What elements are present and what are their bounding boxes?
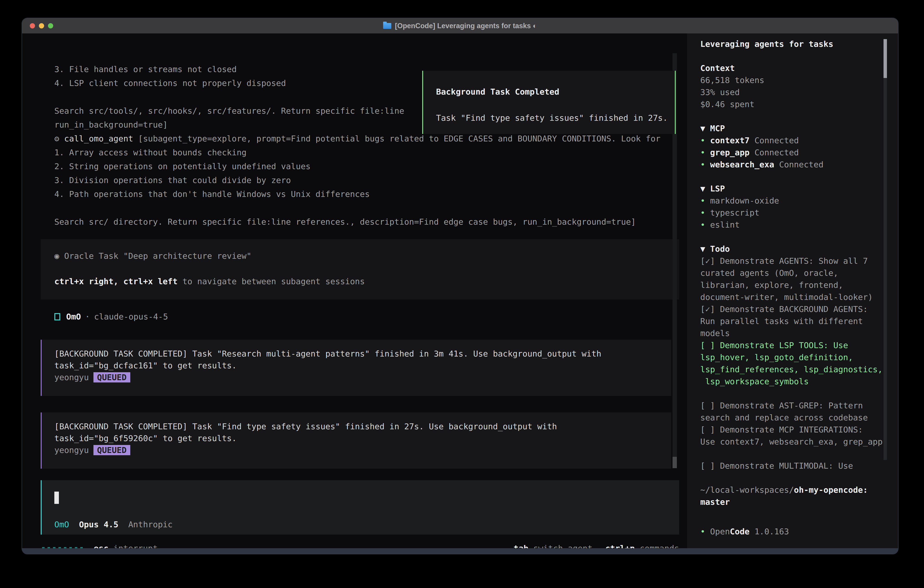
terminal-line: lsp_hover, lsp_goto_definition, <box>700 351 888 363</box>
terminal-line: [ ] Demonstrate LSP TOOLS: Use <box>700 339 888 351</box>
context-stats: 66,518 tokens33% used$0.46 spent <box>700 74 888 110</box>
agent-name: OmO <box>66 312 81 321</box>
terminal-line: Run parallel tasks with different <box>700 315 888 327</box>
terminal-line <box>700 387 888 400</box>
terminal-line <box>54 201 677 215</box>
notification-body: Task "Find type safety issues" finished … <box>436 113 668 122</box>
terminal-line <box>54 263 365 275</box>
session-title: Leveraging agents for tasks <box>700 38 888 50</box>
lsp-server-list: • markdown-oxide• typescript• eslint <box>700 195 888 231</box>
terminal-line: [✓] Demonstrate BACKGROUND AGENTS: <box>700 303 888 315</box>
mcp-section-header[interactable]: ▼ MCP <box>700 122 888 134</box>
terminal-line: 33% used <box>700 86 888 98</box>
background-task-message-2: [BACKGROUND TASK COMPLETED] Task "Find t… <box>41 413 671 469</box>
terminal-line: [ ] Demonstrate MCP INTEGRATIONS: <box>700 424 888 436</box>
terminal-line: yeongyuQUEUED <box>54 372 601 383</box>
oracle-task-panel: ◉ Oracle Task "Deep architecture review"… <box>41 239 679 299</box>
terminal-line: • grep_app Connected <box>700 147 888 159</box>
close-window-button[interactable] <box>30 23 35 28</box>
terminal-line: lsp_find_references, lsp_diagnostics, <box>700 363 888 375</box>
todo-list: [✓] Demonstrate AGENTS: Show all 7curate… <box>700 255 888 472</box>
terminal-line: [ ] Demonstrate AST-GREP: Pattern <box>700 400 888 411</box>
agent-session-line[interactable]: OmO · claude-opus-4-5 <box>54 311 168 323</box>
task-message-lines: [BACKGROUND TASK COMPLETED] Task "Find t… <box>54 421 557 456</box>
terminal-line: • typescript <box>700 207 888 219</box>
app-window: [OpenCode] Leveraging agents for tasks ◐… <box>21 18 899 554</box>
terminal-line: OmO Opus 4.5 Anthropic <box>54 519 173 530</box>
background-task-message-1: [BACKGROUND TASK COMPLETED] Task "Resear… <box>41 340 671 396</box>
agent-separator: · <box>81 312 94 321</box>
terminal-line: 2. String operations on potentially unde… <box>54 159 677 173</box>
terminal-line: librarian, explore, frontend, <box>700 279 888 291</box>
window-bottom-strip <box>22 548 898 554</box>
terminal-line: 66,518 tokens <box>700 74 888 86</box>
terminal-line: yeongyuQUEUED <box>54 444 557 456</box>
todo-section-header[interactable]: ▼ Todo <box>700 243 888 255</box>
terminal-line: 3. Division operations that could divide… <box>54 173 677 187</box>
terminal-line: ~/local-workspaces/oh-my-opencode: <box>700 484 888 496</box>
input-model-info: OmO Opus 4.5 Anthropic <box>54 519 173 530</box>
prompt-input[interactable]: OmO Opus 4.5 Anthropic <box>41 480 679 535</box>
terminal-line: models <box>700 327 888 339</box>
terminal-line: • websearch_exa Connected <box>700 159 888 170</box>
terminal-line: [ ] Demonstrate MULTIMODAL: Use <box>700 460 888 472</box>
title-bar[interactable]: [OpenCode] Leveraging agents for tasks ◐ <box>22 18 898 33</box>
opencode-version: • OpenCode 1.0.163 <box>700 525 789 537</box>
background-task-notification: Background Task Completed Task "Find typ… <box>422 71 676 134</box>
terminal-line: master <box>700 496 888 508</box>
agent-icon <box>54 313 60 320</box>
sidebar-scrollbar-thumb[interactable] <box>884 39 887 78</box>
terminal-line: task_id="bg_dcfac161" to get results. <box>54 360 601 372</box>
minimize-window-button[interactable] <box>39 23 44 28</box>
oracle-task-lines: ◉ Oracle Task "Deep architecture review"… <box>54 249 365 288</box>
text-cursor <box>54 492 59 504</box>
terminal-line: curated agents (OmO, oracle, <box>700 267 888 279</box>
sidebar-scrollbar-track[interactable] <box>884 78 887 460</box>
task-message-lines: [BACKGROUND TASK COMPLETED] Task "Resear… <box>54 348 601 383</box>
terminal-main-area[interactable]: 3. File handles or streams not closed4. … <box>22 33 687 549</box>
terminal-line: • eslint <box>700 219 888 231</box>
terminal-line: [BACKGROUND TASK COMPLETED] Task "Resear… <box>54 348 601 360</box>
sidebar: Leveraging agents for tasks Context 66,5… <box>687 33 899 549</box>
mcp-server-list: • context7 Connected• grep_app Connected… <box>700 134 888 170</box>
context-section-header: Context <box>700 62 888 74</box>
terminal-line: • markdown-oxide <box>700 195 888 207</box>
agent-model: claude-opus-4-5 <box>94 312 168 321</box>
workspace-path: ~/local-workspaces/oh-my-opencode:master <box>700 484 888 508</box>
terminal-line: ctrl+x right, ctrl+x left to navigate be… <box>54 275 365 288</box>
zoom-window-button[interactable] <box>48 23 53 28</box>
terminal-line: search and replace across codebase <box>700 411 888 424</box>
window-title: [OpenCode] Leveraging agents for tasks ◐ <box>395 22 537 30</box>
lsp-section-header[interactable]: ▼ LSP <box>700 183 888 195</box>
terminal-line: ◉ Oracle Task "Deep architecture review" <box>54 249 365 263</box>
terminal-line: $0.46 spent <box>700 98 888 110</box>
terminal-line: [✓] Demonstrate AGENTS: Show all 7 <box>700 255 888 267</box>
terminal-line: • OpenCode 1.0.163 <box>700 525 789 537</box>
window-title-group: [OpenCode] Leveraging agents for tasks ◐ <box>383 22 537 30</box>
main-scrollbar-thumb[interactable] <box>673 457 677 468</box>
terminal-line: lsp_workspace_symbols <box>700 375 888 387</box>
terminal-line: Use context7, websearch_exa, grep_app <box>700 436 888 448</box>
terminal-line <box>700 448 888 460</box>
notification-title: Background Task Completed <box>436 87 559 96</box>
terminal-line: task_id="bg_6f59260c" to get results. <box>54 433 557 444</box>
terminal-line: 4. Path operations that don't handle Win… <box>54 187 677 201</box>
terminal-line: 1. Array access without bounds checking <box>54 145 677 159</box>
terminal-line: • context7 Connected <box>700 134 888 147</box>
terminal-line: [BACKGROUND TASK COMPLETED] Task "Find t… <box>54 421 557 433</box>
terminal-line: document-writer, multimodal-looker) <box>700 291 888 303</box>
folder-icon <box>383 23 391 29</box>
terminal-line: Search src/ directory. Return specific f… <box>54 215 677 229</box>
